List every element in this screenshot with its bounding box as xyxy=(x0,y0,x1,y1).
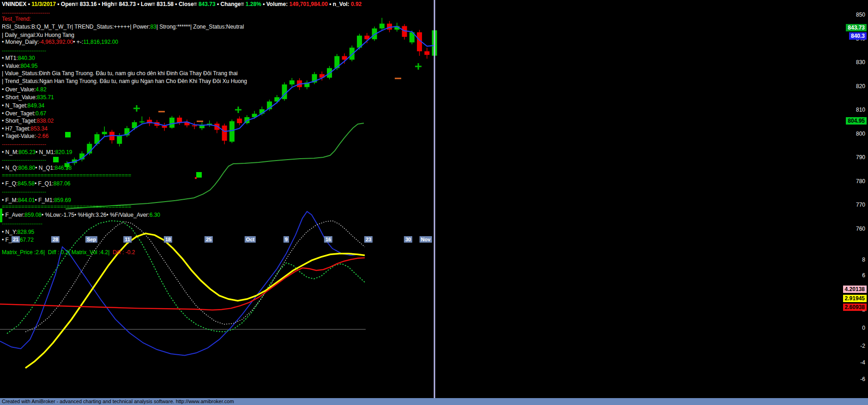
matrix-blue-line xyxy=(0,212,365,356)
candle-body xyxy=(289,80,295,84)
matrix-status-line: Matrix_Price :2.6| Diff : 0.2| Matrix_Vo… xyxy=(2,249,135,256)
price-axis-label: 820 xyxy=(833,83,865,89)
date-label: 9 xyxy=(283,236,289,243)
overlay-segment: 846.38 xyxy=(54,165,72,171)
price-axis-label: 800 xyxy=(833,131,865,137)
date-label: 11 xyxy=(123,236,132,243)
amibroker-window: VNINDEX • 11/3/2017 • Open= 833.16 • Hig… xyxy=(0,0,868,405)
overlay-segment: • F_M1: xyxy=(35,197,54,203)
overlay-segment: 0.67 xyxy=(36,110,46,117)
price-tag: 804.95 xyxy=(846,117,867,125)
overlay-line: • F_M:844.01• F_M1:859.69 xyxy=(2,197,71,203)
candle-body xyxy=(177,118,182,123)
overlay-line: | Value_Status:Đinh Gia Tang Truong. Đâu… xyxy=(2,70,238,77)
overlay-segment: • F_M: xyxy=(2,197,18,203)
chart-canvas[interactable] xyxy=(0,0,868,405)
overlay-segment: ---------------------- xyxy=(2,220,42,227)
overlay-segment: ------------------------ xyxy=(2,189,46,195)
indicator-tag: 2.60938 xyxy=(843,304,867,311)
candle-body xyxy=(169,118,175,128)
overlay-line: RSI_Status:B:Q_M_T_W_Tr| TREND_Status:++… xyxy=(2,24,244,30)
indicator-axis-label: 6 xyxy=(833,272,865,279)
tag-value: 2.60938 xyxy=(843,304,867,311)
overlay-segment: Test_Trend: xyxy=(2,16,31,22)
date-label: Nov xyxy=(420,236,432,243)
indicator-tag: 4.20138 xyxy=(843,286,867,293)
overlay-segment: • N_Y: xyxy=(2,229,18,235)
plus-marker xyxy=(136,105,138,112)
buy-signal-square xyxy=(53,157,59,162)
overlay-segment: • Over_Value: xyxy=(2,86,36,93)
overlay-segment: | Strong:******| Zone_Status:Neutral xyxy=(157,24,244,30)
indicator-axis-label: 0 xyxy=(833,325,865,331)
date-label: Oct xyxy=(245,236,256,243)
candle-body xyxy=(117,136,122,144)
overlay-segment: 11,816,192.00 xyxy=(83,39,118,45)
overlay-segment: • Value: xyxy=(2,63,21,69)
overlay-segment: • N_Q1: xyxy=(35,165,54,171)
overlay-segment: • F_Q: xyxy=(2,180,18,187)
overlay-segment: 859.69 xyxy=(54,197,71,203)
candle-body xyxy=(102,132,107,134)
overlay-line: -------------------------- xyxy=(2,10,50,16)
overlay-segment: • %High: xyxy=(74,212,96,218)
indicator-tag: 2.91945 xyxy=(843,295,867,302)
matrix-segment: Diff : 0.2| xyxy=(45,249,70,256)
overlay-line: | Trend_Status:Ngan Han Tang Truong. Đâu… xyxy=(2,78,247,84)
candle-body xyxy=(229,121,235,142)
price-axis-label: 780 xyxy=(833,178,865,185)
candle-body xyxy=(380,24,385,28)
buy-signal-square xyxy=(65,132,71,137)
title-segment: VNINDEX • xyxy=(2,1,31,7)
overlay-line: ---------------------- xyxy=(2,220,42,227)
title-segment: 149,701,984.00 xyxy=(289,1,328,7)
overlay-line: | Daily_singal:Xu Huong Tang xyxy=(2,32,74,38)
overlay-line: • N_M:805.23• N_M1:820.19 xyxy=(2,149,72,155)
tag-value: 843.73 xyxy=(846,24,867,31)
plus-marker xyxy=(238,107,239,113)
overlay-segment: • F_Q1: xyxy=(35,180,54,187)
overlay-line: • Short_Taget:838.02 xyxy=(2,118,54,124)
tag-value: 4.20138 xyxy=(843,286,867,293)
overlay-segment: 3.26 xyxy=(96,212,106,218)
overlay-line: ------------------------ xyxy=(2,141,46,148)
overlay-segment: 804.95 xyxy=(21,63,38,69)
date-label: 21 xyxy=(12,236,20,243)
title-segment: • Open= 833.16 • High= 843.73 • Low= 831… xyxy=(56,1,199,7)
overlay-line: ======================================== xyxy=(2,172,131,179)
tag-value: 840.3 xyxy=(849,32,867,40)
overlay-segment: • Short_Taget: xyxy=(2,118,37,124)
tag-value: 804.95 xyxy=(846,117,867,125)
overlay-segment: ======================================== xyxy=(2,203,131,210)
indicator-axis-label: -2 xyxy=(833,343,865,349)
tag-value: 2.91945 xyxy=(843,295,867,302)
matrix-green-line xyxy=(7,221,365,334)
title-segment: 11/3/2017 xyxy=(31,1,56,7)
title-segment: • Change= xyxy=(216,1,246,7)
indicator-axis-label: -6 xyxy=(833,376,865,382)
overlay-segment: 859.08 xyxy=(24,212,42,218)
overlay-segment: • N_M: xyxy=(2,149,18,155)
overlay-line: • Value:804.95 xyxy=(2,63,37,69)
overlay-segment: 844.01 xyxy=(18,197,35,203)
price-tag: 843.73 xyxy=(846,24,867,31)
overlay-segment: RSI_Status:B:Q_M_T_W_Tr| TREND_Status:++… xyxy=(2,24,150,30)
title-segment: 0.92 xyxy=(351,1,362,7)
plus-marker xyxy=(418,63,419,70)
matrix-segment: Matrix_Vol :4.2| xyxy=(70,249,109,256)
overlay-segment: ======================================== xyxy=(2,172,131,179)
overlay-segment: -2.66 xyxy=(36,133,48,139)
overlay-segment: 828.95 xyxy=(18,229,35,235)
overlay-segment: • H7_Taget: xyxy=(2,125,30,132)
overlay-segment: 835.71 xyxy=(37,94,54,101)
overlay-segment: 840.30 xyxy=(18,55,35,61)
status-bar: Created with AmiBroker - advanced charti… xyxy=(0,398,868,405)
overlay-segment: • MT1: xyxy=(2,55,18,61)
overlay-segment: • %F/Value_Aver: xyxy=(107,212,150,218)
price-axis-label: 770 xyxy=(833,202,865,208)
candle-body xyxy=(237,119,242,123)
buy-signal-square xyxy=(196,172,202,178)
overlay-segment: • Money_Daily: xyxy=(2,39,39,45)
price-axis-label: 810 xyxy=(833,107,865,113)
short-signal-dash xyxy=(158,111,165,113)
